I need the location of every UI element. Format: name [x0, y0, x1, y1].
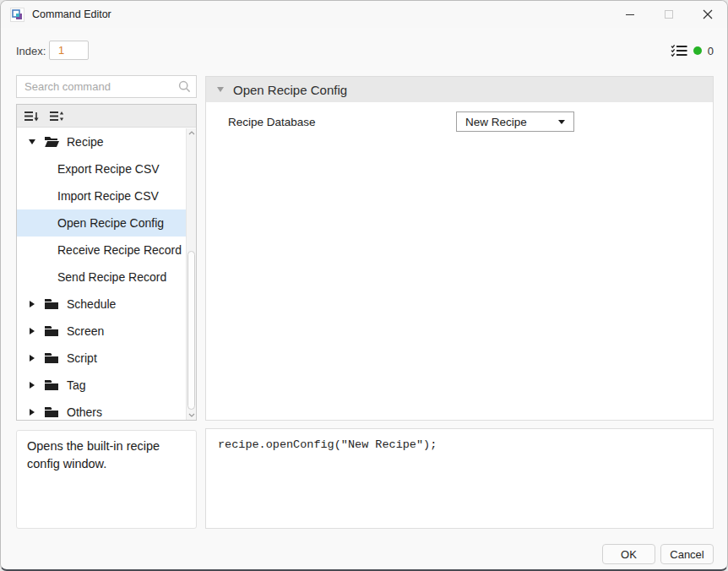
scrollbar-thumb[interactable] [187, 251, 195, 410]
tree-item-label: Open Recipe Config [57, 216, 164, 230]
tree-item-import-recipe-csv[interactable]: Import Recipe CSV [17, 182, 196, 209]
tree-folder-label: Recipe [67, 135, 104, 149]
titlebar: Command Editor [1, 1, 727, 28]
config-header: Open Recipe Config [206, 77, 713, 102]
caret-collapsed-icon[interactable] [28, 328, 36, 334]
closed-folder-icon [44, 379, 59, 391]
expand-all-icon[interactable] [49, 110, 65, 122]
scroll-up-icon[interactable] [187, 131, 196, 135]
recipe-database-value: New Recipe [465, 116, 527, 128]
tree-folder-label: Script [67, 351, 97, 365]
tree-folder-label: Screen [67, 324, 104, 338]
section-collapse-icon[interactable] [217, 87, 224, 92]
tree-toolbar [17, 105, 196, 128]
command-tree: Recipe Export Recipe CSV Import Recipe C… [17, 128, 196, 420]
index-input[interactable] [49, 41, 89, 60]
validation-status: 0 [671, 43, 714, 58]
maximize-icon [665, 10, 673, 19]
minimize-button[interactable] [611, 1, 649, 28]
caret-collapsed-icon[interactable] [28, 355, 36, 362]
tree-item-receive-recipe-record[interactable]: Receive Recipe Record [17, 237, 196, 264]
close-icon [703, 9, 713, 19]
command-description: Opens the built-in recipe config window. [16, 430, 197, 529]
config-body: Recipe Database New Recipe [206, 102, 713, 420]
tree-folder-label: Tag [67, 378, 86, 392]
command-editor-window: Command Editor Index: [0, 0, 728, 571]
index-label: Index: [16, 45, 46, 57]
tree-item-send-recipe-record[interactable]: Send Recipe Record [17, 264, 196, 291]
caret-collapsed-icon[interactable] [28, 301, 36, 307]
tree-item-label: Import Recipe CSV [57, 189, 159, 203]
tree-folder-schedule[interactable]: Schedule [17, 291, 196, 318]
tree-scrollbar[interactable] [186, 128, 196, 420]
search-input[interactable] [16, 75, 197, 98]
caret-collapsed-icon[interactable] [28, 409, 36, 416]
tree-item-open-recipe-config[interactable]: Open Recipe Config [17, 209, 196, 237]
tree-folder-label: Others [67, 405, 102, 419]
recipe-database-select[interactable]: New Recipe [456, 111, 574, 132]
tree-folder-others[interactable]: Others [17, 399, 196, 420]
open-folder-icon [44, 136, 59, 148]
command-tree-panel: Recipe Export Recipe CSV Import Recipe C… [16, 104, 197, 421]
close-button[interactable] [688, 1, 727, 28]
collapse-all-icon[interactable] [24, 110, 40, 122]
error-count: 0 [708, 45, 714, 57]
checklist-icon[interactable] [671, 44, 687, 57]
ok-button[interactable]: OK [602, 544, 655, 564]
tree-folder-recipe[interactable]: Recipe [17, 128, 196, 155]
app-logo-icon [10, 8, 24, 22]
chevron-down-icon [558, 120, 565, 124]
tree-folder-screen[interactable]: Screen [17, 318, 196, 345]
script-preview: recipe.openConfig("New Recipe"); [205, 428, 714, 529]
caret-expanded-icon[interactable] [28, 139, 36, 144]
recipe-database-label: Recipe Database [228, 116, 316, 128]
tree-item-label: Send Recipe Record [57, 270, 166, 284]
tree-item-export-recipe-csv[interactable]: Export Recipe CSV [17, 155, 196, 182]
tree-folder-label: Schedule [67, 297, 116, 311]
search-icon [178, 80, 191, 96]
tree-item-label: Receive Recipe Record [57, 243, 182, 257]
caret-collapsed-icon[interactable] [28, 382, 36, 389]
tree-folder-script[interactable]: Script [17, 345, 196, 372]
tree-item-label: Export Recipe CSV [57, 162, 160, 176]
search-box [16, 75, 197, 98]
config-title: Open Recipe Config [233, 83, 347, 97]
closed-folder-icon [44, 325, 59, 337]
closed-folder-icon [44, 406, 59, 418]
config-panel: Open Recipe Config Recipe Database New R… [205, 76, 714, 421]
status-ok-dot [693, 46, 702, 55]
window-controls [611, 1, 727, 28]
maximize-button[interactable] [649, 1, 688, 28]
scroll-down-icon[interactable] [187, 413, 196, 417]
closed-folder-icon [44, 298, 59, 310]
window-title: Command Editor [32, 8, 111, 20]
cancel-button[interactable]: Cancel [660, 544, 714, 564]
minimize-icon [626, 14, 634, 15]
closed-folder-icon [44, 352, 59, 364]
tree-folder-tag[interactable]: Tag [17, 372, 196, 399]
